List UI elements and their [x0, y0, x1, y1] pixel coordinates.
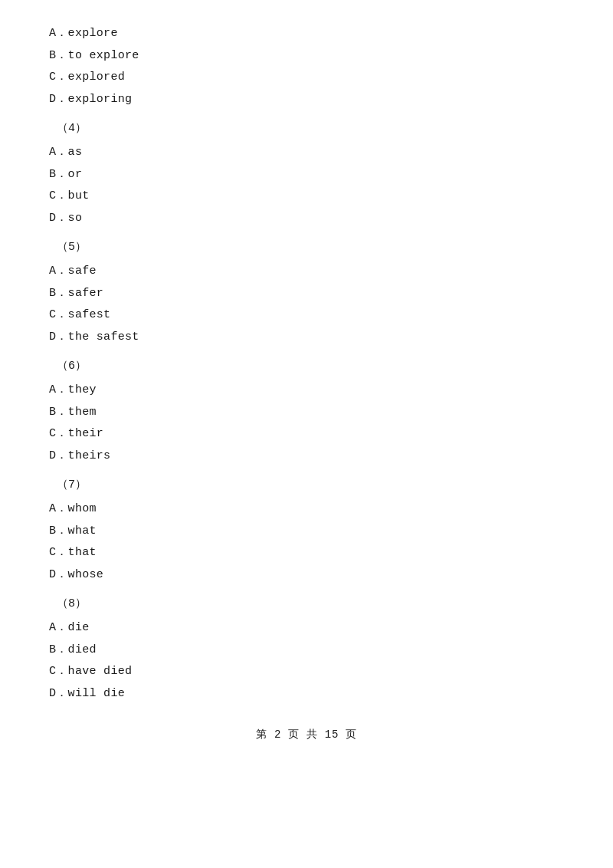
- option-0-a: A．explore: [49, 23, 567, 45]
- section-label-4: （4）: [57, 118, 567, 139]
- option-0-b: B．to explore: [49, 45, 567, 67]
- option-5-a: A．safe: [49, 261, 567, 283]
- section-0: A．explore B．to explore C．explored D．expl…: [46, 23, 567, 110]
- option-4-d: D．so: [49, 208, 567, 230]
- option-5-d: D．the safest: [49, 327, 567, 349]
- section-label-8: （8）: [57, 593, 567, 614]
- option-8-a: A．die: [49, 617, 567, 639]
- option-5-b: B．safer: [49, 283, 567, 305]
- section-6: （6） A．they B．them C．their D．theirs: [46, 356, 567, 467]
- section-8: （8） A．die B．died C．have died D．will die: [46, 593, 567, 705]
- footer-text: 第 2 页 共 15 页: [256, 728, 357, 741]
- option-4-b: B．or: [49, 164, 567, 186]
- option-6-c: C．their: [49, 423, 567, 446]
- option-8-b: B．died: [49, 639, 567, 662]
- section-label-7: （7）: [57, 475, 567, 495]
- option-7-c: C．that: [49, 542, 567, 564]
- option-0-c: C．explored: [49, 67, 567, 89]
- option-8-c: C．have died: [49, 661, 567, 683]
- page-footer: 第 2 页 共 15 页: [46, 728, 567, 741]
- option-6-d: D．theirs: [49, 446, 567, 468]
- option-4-a: A．as: [49, 142, 567, 164]
- option-5-c: C．safest: [49, 304, 567, 327]
- section-7: （7） A．whom B．what C．that D．whose: [46, 475, 567, 586]
- option-6-b: B．them: [49, 402, 567, 424]
- section-label-5: （5）: [57, 237, 567, 258]
- option-7-d: D．whose: [49, 564, 567, 587]
- option-0-d: D．exploring: [49, 89, 567, 111]
- option-7-a: A．whom: [49, 498, 567, 521]
- option-6-a: A．they: [49, 380, 567, 402]
- section-4: （4） A．as B．or C．but D．so: [46, 118, 567, 229]
- option-7-b: B．what: [49, 521, 567, 543]
- option-8-d: D．will die: [49, 683, 567, 705]
- section-label-6: （6）: [57, 356, 567, 376]
- page-content: A．explore B．to explore C．explored D．expl…: [46, 23, 567, 741]
- section-5: （5） A．safe B．safer C．safest D．the safest: [46, 237, 567, 348]
- option-4-c: C．but: [49, 186, 567, 208]
